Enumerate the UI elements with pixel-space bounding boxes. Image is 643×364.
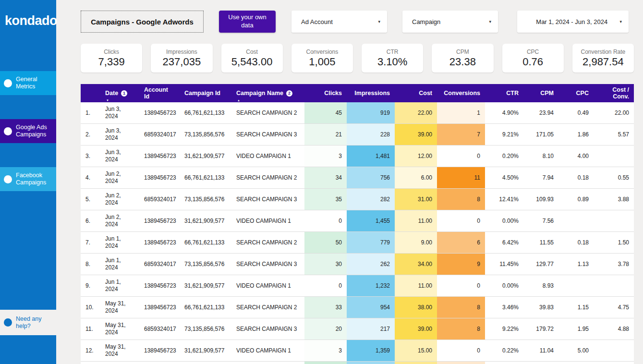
cell-clicks: 60 bbox=[304, 362, 347, 364]
column-header-campaign_id[interactable]: Campaign Id bbox=[180, 84, 231, 102]
kpi-label: CPM bbox=[456, 49, 469, 55]
cell-date: May 31, 2024 bbox=[100, 297, 139, 318]
cell-cost_conv bbox=[594, 275, 634, 297]
bullet-icon bbox=[4, 175, 12, 183]
cell-campaign_name: SEARCH CAMPAIGN 3 bbox=[231, 254, 304, 275]
main-content: Campaigns - Google Adwords Use your own … bbox=[56, 0, 643, 364]
cell-cost: 9.00 bbox=[395, 232, 437, 254]
cell-campaign_name: VIDEO CAMPAIGN 1 bbox=[231, 210, 304, 232]
cell-row-number: 10. bbox=[81, 297, 100, 318]
sort-desc-icon: ▼ bbox=[106, 99, 109, 102]
cell-campaign_name: VIDEO CAMPAIGN 1 bbox=[231, 340, 304, 362]
cell-clicks: 30 bbox=[304, 254, 347, 275]
bullet-icon bbox=[4, 127, 12, 135]
kpi-label: Conversions bbox=[306, 49, 339, 55]
cell-cpm: 23.94 bbox=[523, 102, 558, 124]
column-header-conversions[interactable]: Conversions bbox=[437, 84, 485, 102]
cell-cpc: 1.15 bbox=[558, 297, 594, 318]
kpi-card-cpc: CPC 0.76 bbox=[502, 44, 564, 73]
cell-cost_conv: 4.75 bbox=[594, 297, 634, 318]
column-header-ctr[interactable]: CTR bbox=[485, 84, 523, 102]
cell-account_id: 1389456723 bbox=[139, 167, 180, 189]
column-header-campaign_name[interactable]: Campaign Name2▲ bbox=[231, 84, 304, 102]
sidebar-item-label: Facebook Campaigns bbox=[16, 172, 56, 186]
cell-cost_conv: 3.88 bbox=[594, 189, 634, 210]
cell-ctr: 0.00% bbox=[485, 210, 523, 232]
campaign-dropdown[interactable]: Campaign ▾ bbox=[402, 11, 498, 33]
cell-clicks: 50 bbox=[304, 232, 347, 254]
cell-cost_conv: 1.50 bbox=[594, 232, 634, 254]
cell-date: May 31, 2024 bbox=[100, 340, 139, 362]
cell-campaign_id: 31,621,909,577 bbox=[180, 275, 231, 297]
column-header-label: CPC bbox=[576, 90, 589, 97]
kpi-value: 0.76 bbox=[522, 56, 543, 68]
sidebar-item-label: General Metrics bbox=[16, 76, 56, 90]
kpi-value: 3.10% bbox=[377, 56, 407, 68]
column-header-cpm[interactable]: CPM bbox=[523, 84, 558, 102]
cell-cost: 11.00 bbox=[395, 210, 437, 232]
table-row: 5.Jun 2, 2024685932401773,135,856,576SEA… bbox=[81, 189, 634, 210]
report-title-box[interactable]: Campaigns - Google Adwords bbox=[81, 11, 204, 33]
cell-cpc: 0.18 bbox=[558, 232, 594, 254]
kpi-card-conversions: Conversions 1,005 bbox=[291, 44, 353, 73]
cell-ctr: 0.20% bbox=[485, 146, 523, 167]
use-own-data-button[interactable]: Use your own data bbox=[219, 11, 276, 33]
cell-account_id: 1389456723 bbox=[139, 275, 180, 297]
cell-impressions: 919 bbox=[347, 102, 395, 124]
cell-account_id: 1389456723 bbox=[139, 146, 180, 167]
cell-cost_conv: 4.88 bbox=[594, 318, 634, 340]
cell-date: Jun 1, 2024 bbox=[100, 254, 139, 275]
kpi-card-conversion-rate: Converstion Rate 2,987.54 bbox=[572, 44, 634, 73]
cell-account_id: 1389456723 bbox=[139, 362, 180, 364]
column-header-clicks[interactable]: Clicks bbox=[304, 84, 347, 102]
ad-account-dropdown[interactable]: Ad Account ▾ bbox=[291, 11, 387, 33]
column-header-label: Cost bbox=[419, 90, 432, 97]
sidebar-item-facebook-campaigns[interactable]: Facebook Campaigns bbox=[0, 167, 56, 191]
cell-cpm: 171.05 bbox=[523, 124, 558, 146]
kpi-row: Clicks 7,339 Impressions 237,035 Cost 5,… bbox=[81, 44, 634, 73]
sidebar-item-label: Need any help? bbox=[16, 315, 56, 330]
cell-ctr: 4.50% bbox=[485, 167, 523, 189]
cell-ctr: 6.42% bbox=[485, 232, 523, 254]
cell-date: May 30, 2024 bbox=[100, 362, 139, 364]
sort-asc-icon: ▲ bbox=[237, 99, 240, 102]
cell-campaign_name: SEARCH CAMPAIGN 2 bbox=[231, 232, 304, 254]
dropdown-label: Ad Account bbox=[301, 18, 333, 25]
kpi-value: 1,005 bbox=[309, 56, 335, 68]
kpi-card-ctr: CTR 3.10% bbox=[362, 44, 423, 73]
column-header-row-number[interactable] bbox=[81, 84, 100, 102]
sidebar-item-need-help[interactable]: Need any help? bbox=[0, 310, 56, 335]
date-range-picker[interactable]: Mar 1, 2024 - Jun 3, 2024 ▾ bbox=[517, 11, 629, 33]
cell-account_id: 6859324017 bbox=[139, 189, 180, 210]
cell-campaign_id: 66,761,621,133 bbox=[180, 167, 231, 189]
sidebar-item-label: Google Ads Campaigns bbox=[16, 124, 56, 138]
column-header-date[interactable]: Date1▼ bbox=[100, 84, 139, 102]
kpi-label: CTR bbox=[387, 49, 399, 55]
cell-account_id: 1389456723 bbox=[139, 340, 180, 362]
sidebar-item-google-ads-campaigns[interactable]: Google Ads Campaigns bbox=[0, 119, 56, 143]
cell-impressions: 856 bbox=[347, 362, 395, 364]
cell-cost: 34.00 bbox=[395, 254, 437, 275]
kpi-value: 237,035 bbox=[163, 56, 201, 68]
cell-conversions: 9 bbox=[437, 254, 485, 275]
cell-date: Jun 2, 2024 bbox=[100, 189, 139, 210]
sidebar-item-general-metrics[interactable]: General Metrics bbox=[0, 71, 56, 95]
cell-row-number: 7. bbox=[81, 232, 100, 254]
chevron-down-icon: ▾ bbox=[489, 19, 491, 24]
cell-cpc: 0.49 bbox=[558, 102, 594, 124]
cell-cost_conv bbox=[594, 340, 634, 362]
kpi-card-impressions: Impressions 237,035 bbox=[151, 44, 212, 73]
toolbar: Campaigns - Google Adwords Use your own … bbox=[81, 11, 634, 33]
cell-account_id: 1389456723 bbox=[139, 102, 180, 124]
column-header-cost_conv[interactable]: Cost / Conv. bbox=[594, 84, 634, 102]
cell-cost_conv: 5.57 bbox=[594, 124, 634, 146]
cell-campaign_id: 73,135,856,576 bbox=[180, 318, 231, 340]
cell-impressions: 217 bbox=[347, 318, 395, 340]
column-header-account_id[interactable]: Account Id bbox=[139, 84, 180, 102]
column-header-impressions[interactable]: Impressions bbox=[347, 84, 395, 102]
cell-cost: 23.00 bbox=[395, 362, 437, 364]
column-header-cpc[interactable]: CPC bbox=[558, 84, 594, 102]
cell-clicks: 34 bbox=[304, 167, 347, 189]
column-header-cost[interactable]: Cost bbox=[395, 84, 437, 102]
cell-campaign_id: 73,135,856,576 bbox=[180, 124, 231, 146]
